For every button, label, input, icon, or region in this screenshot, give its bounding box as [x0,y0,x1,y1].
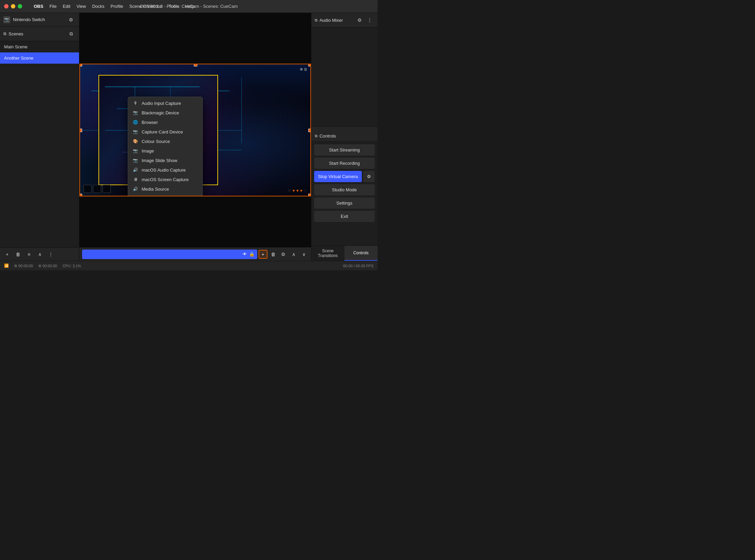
ctx-image[interactable]: 📷 Image [128,146,202,156]
ctx-label: Scene [142,196,154,197]
delete-source-button[interactable]: 🗑 [269,250,278,259]
context-menu: 🎙 Audio Input Capture 📷 Blackmagic Devic… [128,97,203,196]
sources-row: 👁 🔒 + 🗑 ⚙ ∧ ∨ [79,247,311,261]
hud-icon-1 [83,185,92,193]
ctx-label: Media Source [142,187,169,192]
scenes-copy-button[interactable]: ⧉ [67,29,76,38]
virtual-camera-settings-button[interactable]: ⚙ [363,171,375,182]
start-streaming-button[interactable]: Start Streaming [314,144,375,156]
handle-tr[interactable] [308,64,311,66]
controls-copy-icon: ⧉ [315,134,318,138]
ctx-colour-source[interactable]: 🎨 Colour Source [128,137,202,146]
studio-mode-button[interactable]: Studio Mode [314,184,375,195]
scene-transitions-tab[interactable]: Scene Transitions [311,246,344,261]
handle-bl[interactable] [79,194,82,196]
handle-br[interactable] [308,194,311,196]
ctx-label: Colour Source [142,139,170,144]
lock-icon[interactable]: 🔒 [249,252,255,257]
scenes-panel-header: ⧉ Scenes ⧉ [0,27,79,41]
ctx-capture-card[interactable]: 📷 Capture Card Device [128,127,202,137]
stop-virtual-camera-button[interactable]: Stop Virtual Camera [314,171,362,182]
handle-tc[interactable] [194,64,197,66]
edit-menu[interactable]: Edit [63,4,70,9]
exit-button[interactable]: Exit [314,211,375,222]
slideshow-icon: 📷 [133,158,138,163]
eye-icon[interactable]: 👁 [243,252,247,257]
controls-label: Controls [320,133,336,139]
camera-icon: 📷 [133,110,138,115]
scene-item-another[interactable]: Another Scene [0,52,79,64]
ctx-label: Blackmagic Device [142,110,179,115]
ctx-label: Image [142,148,154,154]
heart-2: ♥ [296,188,298,193]
scene-item-label: Main Scene [4,44,28,49]
source-name: Nintendo Switch [13,17,45,22]
signal-icon: 📶 [4,263,9,268]
ctx-browser[interactable]: 🌐 Browser [128,117,202,127]
scenes-label: Scenes [9,31,23,36]
move-source-up-button[interactable]: ∧ [289,250,298,259]
more-scene-options-button[interactable]: ⋮ [46,250,55,259]
left-panel: 📷 Nintendo Switch ⚙ ⧉ Scenes ⧉ Main Scen… [0,13,79,261]
stream-time: 00:00:00 [18,264,33,268]
add-scene-button[interactable]: + [3,250,12,259]
remove-scene-button[interactable]: 🗑 [14,250,22,259]
settings-button[interactable]: Settings [314,197,375,209]
scenes-copy-icon: ⧉ [3,31,6,36]
docks-menu[interactable]: Docks [92,4,104,9]
move-up-scene-button[interactable]: ∧ [35,250,44,259]
stream-dot [14,265,17,267]
obs-menu[interactable]: OBS [34,4,43,9]
ctx-image-slide-show[interactable]: 📷 Image Slide Show [128,156,202,165]
source-filter-button[interactable]: ⚙ [279,250,288,259]
view-menu[interactable]: View [77,4,86,9]
minimize-button[interactable] [11,4,15,9]
audio-mixer-header: ⧉ Audio Mixer ⚙ ⋮ [311,13,378,28]
controls-header: ⧉ Controls [311,131,378,142]
file-menu[interactable]: File [49,4,57,9]
ctx-label: Capture Card Device [142,129,183,134]
colour-icon: 🎨 [133,139,138,144]
game-preview: ♡ ♥ ♥ ♥ ♡ ⊕B [79,64,311,196]
handle-ml[interactable] [79,129,82,132]
title-bar: OBS File Edit View Docks Profile Scene C… [0,0,378,13]
start-recording-button[interactable]: Start Recording [314,158,375,169]
controls-body: Start Streaming Start Recording Stop Vir… [311,142,378,246]
ctx-audio-input-capture[interactable]: 🎙 Audio Input Capture [128,98,202,108]
main-layout: 📷 Nintendo Switch ⚙ ⧉ Scenes ⧉ Main Scen… [0,13,378,270]
audio-mixer-more-button[interactable]: ⋮ [365,16,374,25]
sources-input: 👁 🔒 [82,250,257,259]
controls-tab[interactable]: Controls [344,246,378,261]
ctx-scene[interactable]: ≡ Scene [128,194,202,196]
audio-mixer-body [311,28,378,126]
screen-icon: 🖥 [133,177,138,182]
ctx-label: Audio Input Capture [142,101,181,106]
ctx-media-source[interactable]: 🔊 Media Source [128,184,202,194]
handle-tl[interactable] [79,64,82,66]
source-type-icon: 📷 [3,16,10,23]
move-source-down-button[interactable]: ∨ [299,250,308,259]
capture-icon: 📷 [133,129,138,134]
ctx-blackmagic-device[interactable]: 📷 Blackmagic Device [128,108,202,117]
source-settings-icon[interactable]: ⚙ [67,15,76,24]
ctx-macos-audio[interactable]: 🔊 macOS Audio Capture [128,165,202,175]
audio-mixer-footer [311,126,378,131]
content-area: 📷 Nintendo Switch ⚙ ⧉ Scenes ⧉ Main Scen… [0,13,378,261]
record-dot [38,265,41,267]
handle-mr[interactable] [308,129,311,132]
filter-scene-button[interactable]: ≡ [25,250,33,259]
ctx-macos-screen[interactable]: 🖥 macOS Screen Capture [128,175,202,184]
close-button[interactable] [4,4,9,9]
media-icon: 🔊 [133,186,138,192]
profile-menu[interactable]: Profile [111,4,123,9]
audio-mixer-settings-button[interactable]: ⚙ [355,16,364,25]
traffic-lights [4,4,22,9]
add-source-button[interactable]: + [259,250,267,259]
fullscreen-button[interactable] [18,4,22,9]
preview-canvas: ♡ ♥ ♥ ♥ ♡ ⊕B [79,13,311,247]
ctx-label: Browser [142,120,158,125]
globe-icon: 🌐 [133,119,138,125]
game-hud [83,185,111,193]
scene-item-main[interactable]: Main Scene [0,41,79,52]
record-time-status: 00:00:00 [38,264,57,268]
